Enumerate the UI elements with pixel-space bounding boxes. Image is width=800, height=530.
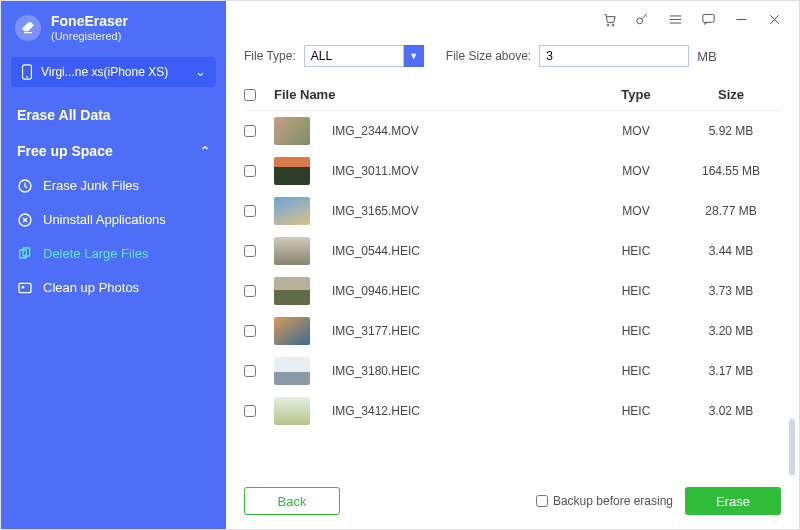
row-checkbox[interactable] [244, 405, 256, 417]
back-button[interactable]: Back [244, 487, 340, 515]
thumbnail [274, 157, 310, 185]
sidebar: FoneEraser (Unregistered) Virgi...ne xs(… [1, 1, 226, 529]
row-checkbox[interactable] [244, 125, 256, 137]
svg-point-1 [26, 76, 28, 78]
chevron-up-icon: ⌃ [200, 144, 210, 158]
file-name: IMG_2344.MOV [332, 124, 419, 138]
close-icon[interactable] [766, 11, 783, 28]
table-row[interactable]: IMG_3011.MOVMOV164.55 MB [244, 151, 781, 191]
col-type[interactable]: Type [591, 87, 681, 102]
app-window: FoneEraser (Unregistered) Virgi...ne xs(… [0, 0, 800, 530]
svg-point-10 [637, 18, 643, 24]
table-row[interactable]: IMG_3412.HEICHEIC3.02 MB [244, 391, 781, 431]
select-all-checkbox[interactable] [244, 89, 256, 101]
backup-checkbox-wrap[interactable]: Backup before erasing [536, 494, 673, 508]
phone-icon [21, 64, 33, 80]
menu-icon[interactable] [667, 11, 684, 28]
table-body: IMG_2344.MOVMOV5.92 MBIMG_3011.MOVMOV164… [244, 111, 781, 431]
thumbnail [274, 317, 310, 345]
cart-icon[interactable] [601, 11, 618, 28]
thumbnail [274, 357, 310, 385]
files-icon [17, 246, 33, 262]
backup-checkbox[interactable] [536, 495, 548, 507]
brand: FoneEraser (Unregistered) [1, 1, 226, 53]
file-name: IMG_3412.HEIC [332, 404, 420, 418]
feedback-icon[interactable] [700, 11, 717, 28]
table-row[interactable]: IMG_2344.MOVMOV5.92 MB [244, 111, 781, 151]
row-checkbox[interactable] [244, 165, 256, 177]
device-name: Virgi...ne xs(iPhone XS) [41, 65, 187, 79]
sidebar-item-large-files[interactable]: Delete Large Files [1, 237, 226, 271]
scrollbar[interactable] [789, 419, 795, 475]
backup-label: Backup before erasing [553, 494, 673, 508]
key-icon[interactable] [634, 11, 651, 28]
minimize-icon[interactable] [733, 11, 750, 28]
file-type: MOV [591, 124, 681, 138]
app-title: FoneEraser [51, 13, 128, 30]
row-checkbox[interactable] [244, 365, 256, 377]
app-subtitle: (Unregistered) [51, 30, 128, 43]
file-type: MOV [591, 204, 681, 218]
dropdown-icon[interactable]: ▼ [404, 45, 424, 67]
file-table: File Name Type Size IMG_2344.MOVMOV5.92 … [226, 79, 799, 475]
row-checkbox[interactable] [244, 285, 256, 297]
sidebar-item-label: Uninstall Applications [43, 212, 166, 227]
svg-point-7 [22, 286, 25, 289]
section-erase-all[interactable]: Erase All Data [1, 97, 226, 133]
filetype-label: File Type: [244, 49, 296, 63]
table-row[interactable]: IMG_3165.MOVMOV28.77 MB [244, 191, 781, 231]
section-erase-all-label: Erase All Data [17, 107, 111, 123]
file-size: 3.44 MB [681, 244, 781, 258]
filetype-select[interactable]: ▼ [304, 45, 424, 67]
filetype-value[interactable] [304, 45, 404, 67]
table-row[interactable]: IMG_3180.HEICHEIC3.17 MB [244, 351, 781, 391]
file-type: HEIC [591, 404, 681, 418]
file-name: IMG_0544.HEIC [332, 244, 420, 258]
filesize-label: File Size above: [446, 49, 531, 63]
sidebar-item-uninstall[interactable]: Uninstall Applications [1, 203, 226, 237]
file-size: 3.17 MB [681, 364, 781, 378]
file-type: HEIC [591, 324, 681, 338]
svg-rect-11 [703, 14, 714, 22]
chevron-down-icon: ⌄ [195, 64, 206, 79]
col-name[interactable]: File Name [274, 87, 591, 102]
file-size: 3.20 MB [681, 324, 781, 338]
filesize-input[interactable] [539, 45, 689, 67]
file-name: IMG_0946.HEIC [332, 284, 420, 298]
row-checkbox[interactable] [244, 325, 256, 337]
file-type: HEIC [591, 244, 681, 258]
photo-icon [17, 280, 33, 296]
sidebar-item-label: Delete Large Files [43, 246, 149, 261]
section-free-up[interactable]: Free up Space ⌃ [1, 133, 226, 169]
svg-point-9 [612, 24, 614, 26]
svg-rect-6 [19, 283, 31, 292]
file-type: HEIC [591, 364, 681, 378]
thumbnail [274, 277, 310, 305]
row-checkbox[interactable] [244, 205, 256, 217]
file-name: IMG_3165.MOV [332, 204, 419, 218]
table-row[interactable]: IMG_3177.HEICHEIC3.20 MB [244, 311, 781, 351]
device-selector[interactable]: Virgi...ne xs(iPhone XS) ⌄ [11, 57, 216, 87]
thumbnail [274, 117, 310, 145]
sidebar-item-junk[interactable]: Erase Junk Files [1, 169, 226, 203]
sidebar-item-label: Clean up Photos [43, 280, 139, 295]
svg-point-8 [607, 24, 609, 26]
file-size: 164.55 MB [681, 164, 781, 178]
section-free-up-label: Free up Space [17, 143, 113, 159]
file-name: IMG_3011.MOV [332, 164, 419, 178]
table-row[interactable]: IMG_0544.HEICHEIC3.44 MB [244, 231, 781, 271]
clock-icon [17, 178, 33, 194]
table-header: File Name Type Size [244, 79, 781, 111]
uninstall-icon [17, 212, 33, 228]
erase-button[interactable]: Erase [685, 487, 781, 515]
table-row[interactable]: IMG_0946.HEICHEIC3.73 MB [244, 271, 781, 311]
titlebar [226, 1, 799, 37]
file-type: MOV [591, 164, 681, 178]
filter-bar: File Type: ▼ File Size above: MB [226, 37, 799, 79]
col-size[interactable]: Size [681, 87, 781, 102]
file-size: 3.02 MB [681, 404, 781, 418]
row-checkbox[interactable] [244, 245, 256, 257]
sidebar-item-photos[interactable]: Clean up Photos [1, 271, 226, 305]
thumbnail [274, 197, 310, 225]
sidebar-item-label: Erase Junk Files [43, 178, 139, 193]
